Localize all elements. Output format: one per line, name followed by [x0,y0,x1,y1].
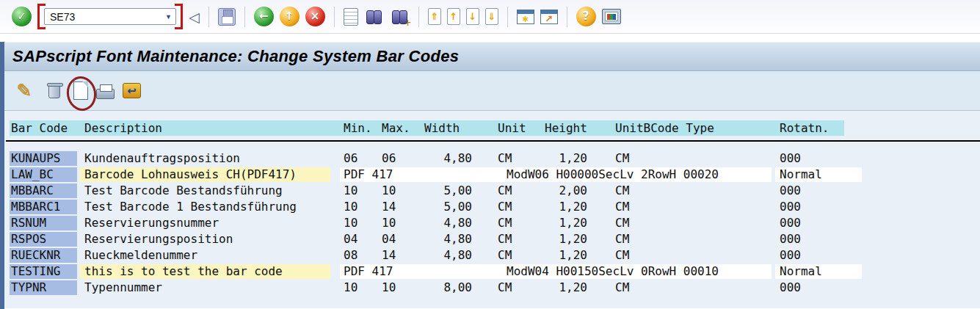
unit-cell[interactable]: CM [498,280,512,295]
dropdown-arrow-icon[interactable]: ▼ [165,13,172,21]
height-unit-cell[interactable]: CM [615,248,629,263]
max-cell[interactable]: 14 [382,200,396,214]
previous-page-icon[interactable]: ↑ [447,8,460,25]
print-icon[interactable] [96,89,115,99]
rotation-field[interactable]: Normal [775,167,862,182]
rotation-cell[interactable]: 000 [780,183,801,198]
description-cell[interactable]: Kundenauftragsposition [80,151,330,166]
height-unit-cell[interactable]: CM [615,183,629,198]
barcode-cell[interactable]: TYPNR [10,280,77,295]
find-next-icon-glyph: + [404,18,412,28]
width-cell[interactable]: 4,80 [424,248,472,263]
pdf-type-field[interactable]: PDF 417 [340,264,504,279]
unit-cell[interactable]: CM [498,216,512,230]
barcode-cell[interactable]: TESTING [10,264,77,279]
description-cell[interactable]: Typennummer [80,280,330,295]
height-cell[interactable]: 1,20 [545,280,587,295]
max-cell[interactable]: 06 [382,151,396,166]
command-field[interactable]: SE73 ▼ [44,8,176,25]
save-icon[interactable] [218,8,236,26]
width-cell[interactable]: 5,00 [424,183,472,198]
unit-cell[interactable]: CM [498,248,512,263]
unit-cell[interactable]: CM [498,232,512,247]
height-cell[interactable]: 1,20 [545,151,587,166]
min-cell[interactable]: 08 [344,248,357,263]
height-cell[interactable]: 1,20 [545,248,587,263]
width-cell[interactable]: 4,80 [424,151,472,166]
height-unit-cell[interactable]: CM [615,232,629,247]
min-cell[interactable]: 10 [344,280,357,295]
barcode-cell[interactable]: MBBARC1 [10,200,77,214]
barcode-cell[interactable]: LAW_BC [10,167,77,182]
barcode-cell[interactable]: RUECKNR [10,248,77,263]
min-cell[interactable]: 10 [344,216,357,230]
width-cell[interactable]: 8,00 [424,280,472,295]
height-cell[interactable]: 1,20 [545,232,587,247]
bcode-params-field[interactable]: ModW04 H00150SecLv 0RowH 00010 [501,264,772,279]
min-cell[interactable]: 04 [344,232,357,247]
description-cell[interactable]: Rueckmeldenummer [80,248,330,263]
description-cell[interactable]: Reservierungsnummer [80,216,330,230]
help-icon[interactable]: ? [576,7,596,26]
transport-icon[interactable]: ↩ [123,83,141,98]
create-shortcut-icon[interactable]: ↗ [540,10,558,24]
next-page-icon[interactable]: ↓ [466,8,479,25]
min-cell[interactable]: 10 [344,183,357,198]
barcode-cell[interactable]: KUNAUPS [10,151,77,166]
delete-icon[interactable] [43,80,65,102]
max-cell[interactable]: 10 [382,183,396,198]
height-unit-cell[interactable]: CM [615,216,629,230]
first-page-icon[interactable]: ⇑ [428,8,441,25]
unit-cell[interactable]: CM [498,200,512,214]
barcode-cell[interactable]: RSPOS [10,232,77,247]
max-cell[interactable]: 04 [382,232,396,247]
width-cell[interactable]: 4,80 [424,232,472,247]
pdf-type-field[interactable]: PDF 417 [340,167,504,182]
height-cell[interactable]: 2,00 [545,183,587,198]
command-input[interactable]: SE73 [50,11,75,23]
height-cell[interactable]: 1,20 [545,200,587,214]
max-cell[interactable]: 14 [382,248,396,263]
min-cell[interactable]: 06 [344,151,357,166]
enter-icon[interactable]: ✓ [12,7,32,26]
height-cell[interactable]: 1,20 [545,216,587,230]
description-cell[interactable]: Reservierungsposition [80,232,330,247]
width-cell[interactable]: 5,00 [424,200,472,214]
description-cell[interactable]: Barcode Lohnausweis CH(PDF417) [80,167,330,182]
rotation-field[interactable]: Normal [775,264,862,279]
max-cell[interactable]: 10 [382,280,396,295]
last-page-icon[interactable]: ⇓ [485,8,498,25]
back-icon[interactable]: ← [254,7,274,26]
description-cell[interactable]: Test Barcode Bestandsführung [80,183,330,198]
bcode-params-field[interactable]: ModW06 H00000SecLv 2RowH 00020 [501,167,772,182]
rotation-cell[interactable]: 000 [780,151,801,166]
rotation-cell[interactable]: 000 [780,232,801,247]
barcode-cell[interactable]: MBBARC [10,183,77,198]
rotation-cell[interactable]: 000 [780,248,801,263]
create-icon[interactable] [73,81,88,100]
height-unit-cell[interactable]: CM [615,200,629,214]
find-icon[interactable] [364,8,384,26]
cancel-icon[interactable]: × [305,7,325,26]
description-cell[interactable]: Test Barcode 1 Bestandsführung [80,200,330,214]
min-cell[interactable]: 10 [344,200,357,214]
max-cell[interactable]: 10 [382,216,396,230]
print-icon[interactable] [344,8,358,26]
header-rotation: Rotatn. [780,120,829,136]
rotation-cell[interactable]: 000 [780,216,801,230]
find-next-icon[interactable]: + [390,8,410,26]
rotation-cell[interactable]: 000 [780,200,801,214]
height-unit-cell[interactable]: CM [615,280,629,295]
collapse-command-field-icon[interactable]: ◁ [189,9,200,25]
customize-layout-icon[interactable] [602,9,621,24]
rotation-cell[interactable]: 000 [780,280,801,295]
height-unit-cell[interactable]: CM [615,151,629,166]
new-session-icon[interactable]: ∗ [517,10,534,24]
width-cell[interactable]: 4,80 [424,216,472,230]
exit-icon[interactable]: ↑ [280,7,300,26]
description-cell[interactable]: this is to test the bar code [80,264,330,279]
unit-cell[interactable]: CM [498,183,512,198]
barcode-cell[interactable]: RSNUM [10,216,77,230]
unit-cell[interactable]: CM [498,151,512,166]
edit-icon[interactable]: ✎ [13,80,35,102]
